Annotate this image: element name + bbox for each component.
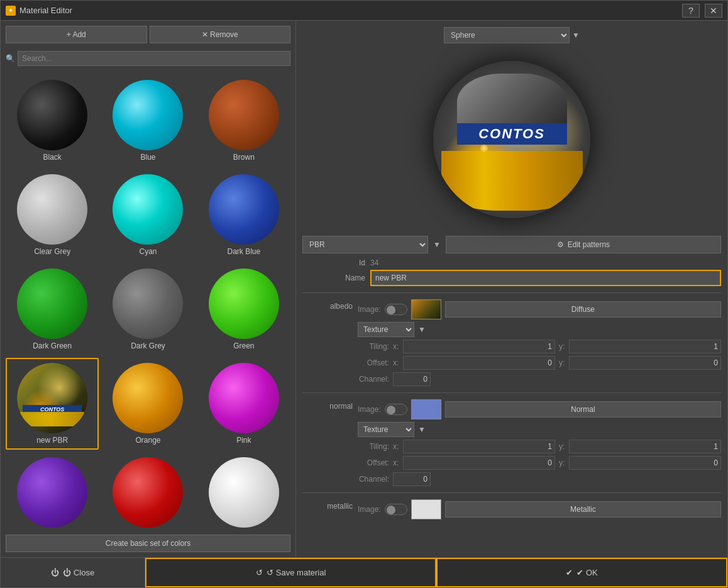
normal-channel-label: Channel: [358, 475, 389, 484]
edit-patterns-button[interactable]: ⚙ Edit patterns [446, 236, 721, 253]
material-label-brown: Brown [233, 153, 255, 162]
normal-tiling-y-input[interactable] [569, 440, 721, 453]
albedo-tiling-row: Tiling: x: y: [358, 340, 721, 353]
material-item-newpbr[interactable]: CONTOS new PBR [6, 358, 99, 450]
albedo-texture-type-select[interactable]: Texture [358, 322, 414, 337]
albedo-channel-input[interactable] [393, 372, 431, 386]
albedo-toggle[interactable] [385, 304, 407, 315]
normal-offset-label: Offset: [358, 458, 389, 467]
albedo-offset-x-input[interactable] [403, 356, 555, 370]
albedo-offset-y-input[interactable] [569, 356, 721, 370]
shape-select[interactable]: Sphere Cube Cylinder [444, 27, 570, 43]
albedo-texture-dropdown-icon: ▼ [418, 325, 426, 334]
albedo-tiling-y-label: y: [559, 342, 566, 351]
title-bar: ✦ Material Editor ? ✕ [1, 1, 727, 21]
material-item-pink[interactable]: Pink [197, 358, 290, 450]
material-label-orange: Orange [135, 436, 160, 445]
normal-offset-x-input[interactable] [403, 456, 555, 470]
search-input[interactable] [18, 51, 290, 66]
search-icon: 🔍 [6, 54, 15, 63]
close-window-button[interactable]: ✕ [705, 4, 722, 18]
remove-button[interactable]: ✕ Remove [150, 26, 291, 43]
normal-toggle-knob [387, 406, 395, 414]
material-label-black: Black [43, 153, 61, 162]
material-ball-purple [17, 457, 87, 528]
metallic-section: metallic Image: Metallic [302, 499, 721, 519]
material-item-white[interactable]: White [197, 452, 290, 531]
material-item-brown[interactable]: Brown [197, 75, 290, 167]
albedo-offset-row: Offset: x: y: [358, 356, 721, 370]
material-item-blue[interactable]: Blue [101, 75, 194, 167]
albedo-offset-y-label: y: [559, 358, 566, 367]
material-item-green[interactable]: Green [197, 263, 290, 355]
material-ball-red [113, 457, 183, 528]
material-label-red: Red [141, 530, 155, 531]
normal-channel-input[interactable] [393, 472, 431, 486]
metallic-texture-thumb[interactable] [411, 499, 441, 519]
material-item-darkgreen[interactable]: Dark Green [6, 263, 99, 355]
albedo-section: albedo Image: Diffuse Texture [302, 299, 721, 386]
material-ball-darkgrey [113, 269, 183, 339]
normal-texture-name-button[interactable]: Normal [445, 401, 721, 418]
material-item-red[interactable]: Red [101, 452, 194, 531]
normal-offset-row: Offset: x: y: [358, 456, 721, 470]
props-grid: Id 34 Name [302, 258, 721, 286]
normal-toggle[interactable] [385, 404, 407, 415]
albedo-tiling-y-input[interactable] [569, 340, 721, 353]
normal-offset-x-group: x: [393, 456, 555, 470]
material-item-cleargrey[interactable]: Clear Grey [6, 169, 99, 261]
material-item-orange[interactable]: Orange [101, 358, 194, 450]
name-input[interactable] [370, 270, 721, 286]
material-label-white: White [234, 530, 253, 531]
material-item-darkgrey[interactable]: Dark Grey [101, 263, 194, 355]
metallic-toggle[interactable] [385, 504, 407, 515]
name-label: Name [302, 274, 365, 282]
material-item-purple[interactable]: Purple [6, 452, 99, 531]
normal-content: Image: Normal Texture ▼ Ti [358, 399, 721, 486]
material-ball-cyan [113, 174, 183, 245]
normal-texture-type-select[interactable]: Texture [358, 422, 414, 437]
material-ball-darkgreen [17, 269, 87, 339]
normal-tiling-label: Tiling: [358, 442, 389, 451]
refresh-icon: ↺ [256, 568, 263, 577]
metallic-texture-name-button[interactable]: Metallic [445, 501, 721, 518]
material-type-select[interactable]: PBR Standard Unlit [302, 236, 428, 253]
normal-texture-dropdown-icon: ▼ [418, 425, 426, 434]
material-ball-white [209, 457, 279, 528]
help-button[interactable]: ? [682, 4, 700, 18]
material-label-darkgrey: Dark Grey [131, 341, 165, 350]
albedo-content: Image: Diffuse Texture ▼ T [358, 299, 721, 386]
normal-offset-x-label: x: [393, 458, 400, 467]
normal-section: normal Image: Normal Texture [302, 399, 721, 486]
albedo-texture-thumb[interactable] [411, 299, 441, 319]
power-icon: ⏻ [51, 568, 59, 577]
albedo-texture-select-row: Texture ▼ [358, 322, 721, 337]
normal-offset-y-input[interactable] [569, 456, 721, 470]
albedo-texture-name-button[interactable]: Diffuse [445, 301, 721, 318]
normal-image-row: Image: Normal [358, 399, 721, 419]
divider-1 [302, 292, 721, 293]
normal-tiling-x-input[interactable] [403, 440, 555, 453]
material-ball-pink [209, 363, 279, 433]
ok-button[interactable]: ✔ ✔ OK [436, 558, 727, 587]
material-label-cleargrey: Clear Grey [34, 247, 70, 256]
albedo-label: albedo [302, 299, 353, 311]
create-basic-colors-button[interactable]: Create basic set of colors [6, 535, 290, 552]
material-item-darkblue[interactable]: Dark Blue [197, 169, 290, 261]
close-button[interactable]: ⏻ ⏻ Close [1, 558, 145, 587]
save-material-button[interactable]: ↺ ↺ Save material [145, 558, 436, 587]
add-button[interactable]: + Add [6, 26, 147, 43]
albedo-channel-row: Channel: [358, 372, 721, 386]
material-item-black[interactable]: Black [6, 75, 99, 167]
normal-label: normal [302, 399, 353, 411]
toolbar: + Add ✕ Remove [1, 21, 295, 48]
material-item-cyan[interactable]: Cyan [101, 169, 194, 261]
material-ball-green [209, 269, 279, 339]
materials-grid: Black Blue Brown Clear Grey [1, 70, 295, 531]
metallic-content: Image: Metallic [358, 499, 721, 519]
right-panel: Sphere Cube Cylinder ▼ CONTOS [296, 21, 727, 557]
normal-texture-thumb[interactable] [411, 399, 441, 419]
material-ball-black [17, 80, 87, 150]
albedo-tiling-x-input[interactable] [403, 340, 555, 353]
pbr-row: PBR Standard Unlit ▼ ⚙ Edit patterns [302, 236, 721, 253]
